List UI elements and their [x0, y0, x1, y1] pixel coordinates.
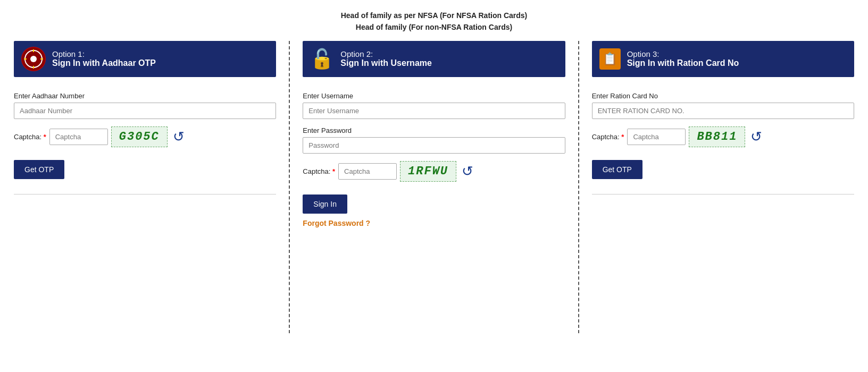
divider-2	[578, 41, 579, 333]
captcha-image-3: BB811	[689, 126, 745, 147]
option2-num: Option 2:	[340, 49, 432, 58]
top-header: Head of family as per NFSA (For NFSA Rat…	[0, 5, 868, 41]
option1-header: Option 1: Sign In with Aadhaar OTP	[14, 41, 276, 77]
ration-card-icon: 📋	[599, 48, 621, 70]
captcha-refresh-1[interactable]: ↺	[173, 129, 185, 145]
option2-header: 🔓 Option 2: Sign In with Username	[303, 41, 565, 77]
captcha-input-2[interactable]	[338, 163, 397, 180]
sign-in-btn[interactable]: Sign In	[303, 195, 347, 214]
get-otp-btn-1[interactable]: Get OTP	[14, 160, 64, 179]
aadhaar-label: Enter Aadhaar Number	[14, 92, 276, 100]
separator-3	[592, 194, 854, 195]
username-input[interactable]	[303, 103, 565, 119]
option1-title: Sign In with Aadhaar OTP	[52, 58, 156, 68]
password-input[interactable]	[303, 137, 565, 154]
username-label: Enter Username	[303, 92, 565, 100]
option3-title: Sign In with Ration Card No	[627, 58, 739, 68]
option3-num: Option 3:	[627, 49, 739, 58]
header-line1: Head of family as per NFSA (For NFSA Rat…	[0, 10, 868, 21]
captcha-row-1: Captcha: * G305C ↺	[14, 126, 276, 147]
captcha-row-2: Captcha: * 1RFWU ↺	[303, 161, 565, 182]
aadhaar-input[interactable]	[14, 103, 276, 119]
option1-column: Option 1: Sign In with Aadhaar OTP Enter…	[5, 41, 285, 195]
separator-1	[14, 194, 276, 195]
option3-column: 📋 Option 3: Sign In with Ration Card No …	[583, 41, 863, 195]
ration-input[interactable]	[592, 103, 854, 119]
captcha-required-3: *	[621, 133, 624, 141]
captcha-label-3: Captcha: *	[592, 133, 624, 141]
captcha-label-2: Captcha: *	[303, 167, 335, 175]
captcha-required-1: *	[44, 133, 46, 141]
option1-num: Option 1:	[52, 49, 156, 58]
password-label: Enter Password	[303, 126, 565, 134]
forgot-password-link[interactable]: Forgot Password ?	[303, 219, 370, 227]
svg-point-2	[30, 56, 37, 62]
header-line2: Head of family (For non-NFSA Ration Card…	[0, 21, 868, 33]
captcha-image-1: G305C	[111, 126, 168, 147]
aadhaar-icon	[21, 47, 46, 71]
divider-1	[289, 41, 290, 333]
captcha-input-3[interactable]	[627, 129, 686, 145]
option2-column: 🔓 Option 2: Sign In with Username Enter …	[294, 41, 573, 227]
captcha-required-2: *	[332, 167, 335, 175]
captcha-row-3: Captcha: * BB811 ↺	[592, 126, 854, 147]
captcha-label-1: Captcha: *	[14, 133, 46, 141]
captcha-input-1[interactable]	[49, 129, 108, 145]
captcha-image-2: 1RFWU	[400, 161, 456, 182]
captcha-refresh-3[interactable]: ↺	[750, 129, 762, 145]
lock-icon: 🔓	[310, 48, 334, 70]
get-otp-btn-3[interactable]: Get OTP	[592, 160, 642, 179]
ration-label: Enter Ration Card No	[592, 92, 854, 100]
option3-header: 📋 Option 3: Sign In with Ration Card No	[592, 41, 854, 77]
captcha-refresh-2[interactable]: ↺	[462, 163, 473, 180]
option2-title: Sign In with Username	[340, 58, 432, 68]
